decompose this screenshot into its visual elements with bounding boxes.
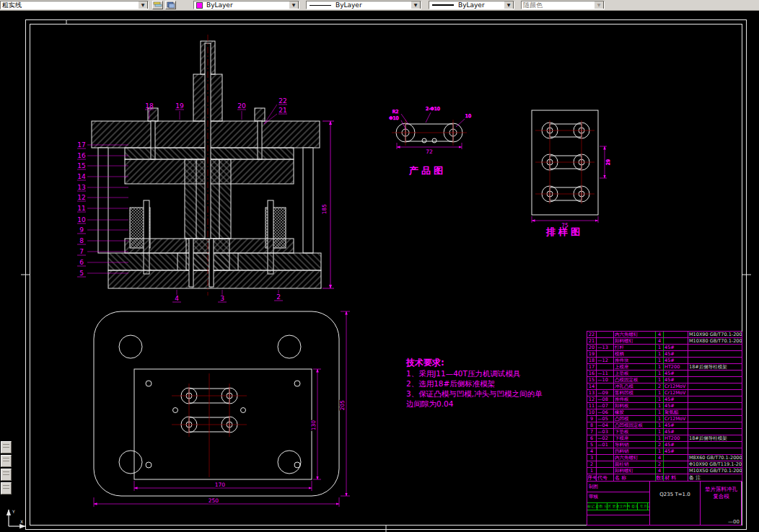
part-callout: 20 bbox=[237, 102, 246, 110]
layout-view bbox=[532, 110, 598, 215]
bom-cell bbox=[664, 468, 688, 474]
bom-cell bbox=[664, 338, 688, 345]
bom-cell: 1 bbox=[656, 422, 664, 429]
bom-cell: 模柄 bbox=[614, 351, 656, 358]
product-dimensions: R2 Φ10 2-Φ10 10 72 bbox=[389, 106, 471, 155]
chevron-down-icon[interactable]: ▼ bbox=[411, 1, 421, 9]
layer-manager-button[interactable] bbox=[152, 1, 163, 9]
drawing-number: —00 bbox=[728, 519, 740, 525]
bom-cell: M8X60 GB/T70.1-2000 bbox=[688, 455, 742, 461]
tech-req-line: 边间隙为0.04 bbox=[406, 399, 543, 409]
bom-cell: M10X90 GB/T70.1-2000 bbox=[688, 332, 742, 338]
linetype-combo-value: ByLayer bbox=[334, 1, 411, 9]
bom-cell: 19 bbox=[587, 351, 597, 358]
part-callout: 16 bbox=[77, 152, 86, 159]
lineweight-combo[interactable]: ByLayer ▼ bbox=[429, 1, 514, 9]
section-view bbox=[92, 35, 321, 296]
bom-cell: 17 bbox=[587, 364, 597, 371]
dim-170: 170 bbox=[215, 482, 226, 488]
part-callout: 22 bbox=[278, 97, 286, 105]
bom-cell: 20 bbox=[587, 345, 597, 351]
bom-cell: 4 bbox=[656, 338, 664, 345]
chevron-down-icon[interactable]: ▼ bbox=[504, 1, 514, 9]
bom-cell: 4 bbox=[656, 332, 664, 338]
bom-cell: 10 bbox=[587, 409, 597, 416]
bom-row: 6—02下模座1HT20018#后侧导柱模架 bbox=[587, 435, 742, 442]
bom-cell: 1 bbox=[656, 390, 664, 396]
dim-205: 205 bbox=[339, 400, 346, 411]
bom-cell bbox=[688, 396, 742, 403]
material-spec: Q235 T=1.0 bbox=[650, 492, 700, 497]
part-callout: 19 bbox=[175, 102, 184, 110]
dim-holes: 2-Φ10 bbox=[426, 106, 440, 112]
bom-cell: —06 bbox=[597, 409, 614, 416]
title-block: 制图 审核 标记 处数 分区 更改文件号 签名 年月日 Q235 T=1.0 垫… bbox=[587, 481, 742, 526]
bom-row: 10—06橡胶1聚氨酯 bbox=[587, 409, 742, 416]
bom-row: 20—13打杆145# bbox=[587, 345, 742, 351]
bom-cell: 卸料螺钉 bbox=[614, 468, 656, 474]
bom-row: 18—12推件块145# bbox=[587, 358, 742, 364]
linetype-combo[interactable]: ByLayer ▼ bbox=[306, 1, 421, 9]
chevron-down-icon[interactable]: ▼ bbox=[138, 1, 148, 9]
chevron-down-icon[interactable]: ▼ bbox=[289, 1, 299, 9]
bom-cell: 橡胶 bbox=[614, 409, 656, 416]
docked-toolbar-button-4[interactable] bbox=[1, 482, 12, 495]
dim-72: 72 bbox=[426, 148, 433, 155]
part-callout: 5 bbox=[79, 270, 84, 277]
bom-row: 16—11上垫板145# bbox=[587, 371, 742, 377]
bom-row: 21卸料螺钉4M10X80 GB/T70.1-2000 bbox=[587, 338, 742, 345]
bom-row: 9—05凸凹模1Cr12MoV bbox=[587, 416, 742, 422]
color-combo[interactable]: ByLayer ▼ bbox=[193, 1, 299, 9]
bom-cell: 1 bbox=[656, 345, 664, 351]
dim-185: 185 bbox=[321, 204, 328, 215]
bom-cell bbox=[597, 351, 614, 358]
bom-cell: M10X80 GB/T70.1-2000 bbox=[688, 338, 742, 345]
bom-cell bbox=[688, 390, 742, 396]
dim-130: 130 bbox=[310, 420, 317, 431]
stacked-sheets-icon bbox=[166, 1, 175, 9]
bom-cell: 9 bbox=[587, 416, 597, 422]
bom-cell: 1 bbox=[656, 358, 664, 364]
bom-cell: —03 bbox=[597, 429, 614, 435]
bom-cell: 45# bbox=[664, 429, 688, 435]
bom-cell: 下模座 bbox=[614, 435, 656, 442]
bom-cell bbox=[597, 468, 614, 474]
part-callout: 7 bbox=[79, 248, 84, 255]
docked-toolbar-button-1[interactable] bbox=[1, 441, 12, 453]
bom-cell: 45# bbox=[664, 345, 688, 351]
cad-application: { "toolbar": { "layer_combo": "粗实线", "co… bbox=[0, 0, 759, 532]
bom-cell bbox=[688, 351, 742, 358]
docked-toolbar-button-2[interactable] bbox=[1, 455, 12, 467]
bom-cell: 挡料销 bbox=[614, 448, 656, 455]
bom-cell: 1 bbox=[656, 429, 664, 435]
titleblock-check-label: 审核 bbox=[589, 494, 598, 500]
bom-cell: —10 bbox=[597, 377, 614, 384]
tech-req-line: 3、保证凸模与凹模,冲头与凹模之间的单 bbox=[406, 389, 543, 399]
bom-row: 22内六角螺钉4M10X90 GB/T70.1-2000 bbox=[587, 332, 742, 338]
bom-cell bbox=[688, 384, 742, 390]
bom-cell: 1 bbox=[656, 435, 664, 442]
part-callout: 6 bbox=[79, 259, 84, 266]
bom-cell: 16 bbox=[587, 371, 597, 377]
bom-cell bbox=[664, 455, 688, 461]
bom-row: 15—10凸模固定板145# bbox=[587, 377, 742, 384]
bom-cell: 11 bbox=[587, 403, 597, 409]
bom-cell: —05 bbox=[597, 416, 614, 422]
bom-cell bbox=[688, 345, 742, 351]
bom-cell bbox=[597, 364, 614, 371]
bom-cell: 2 bbox=[656, 442, 664, 448]
bom-cell: 推件块 bbox=[614, 358, 656, 364]
layer-states-button[interactable] bbox=[165, 1, 176, 9]
bom-cell bbox=[664, 461, 688, 468]
bom-cell: 下垫板 bbox=[614, 429, 656, 435]
bom-cell bbox=[597, 461, 614, 468]
drawing-title: 垫片落料冲孔 复合模 bbox=[701, 486, 742, 500]
dim-29: 29 bbox=[605, 159, 611, 165]
color-combo-value: ByLayer bbox=[205, 1, 289, 9]
docked-toolbar-button-3[interactable] bbox=[1, 469, 12, 481]
bom-cell: 圆柱销 bbox=[614, 461, 656, 468]
bom-cell: HT200 bbox=[664, 435, 688, 442]
layer-combo[interactable]: 粗实线 ▼ bbox=[0, 1, 149, 9]
bom-cell: 45# bbox=[664, 396, 688, 403]
bom-row: 7—03下垫板145# bbox=[587, 429, 742, 435]
